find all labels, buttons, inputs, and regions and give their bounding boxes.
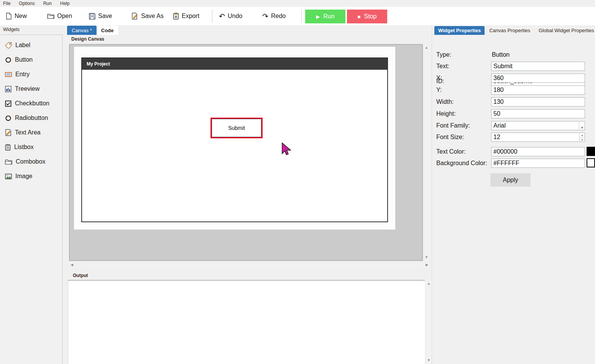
text-color-input[interactable]: [491, 147, 585, 156]
menu-file[interactable]: File: [0, 1, 15, 6]
widget-item-checkbutton[interactable]: Checkbutton: [0, 96, 62, 111]
x-input[interactable]: [491, 74, 585, 83]
folder-icon: [5, 159, 12, 165]
entry-icon: [5, 72, 12, 77]
designed-window: My Project Submit: [81, 57, 388, 222]
properties-tab-bar: Widget Properties Canvas Properties Glob…: [434, 26, 595, 35]
height-label: Height:: [436, 109, 494, 118]
widget-item-treeview[interactable]: Treeview: [0, 82, 62, 96]
tab-canvas[interactable]: Canvas *: [67, 26, 97, 35]
export-button-label: Export: [182, 13, 199, 20]
design-canvas-label: Design Canvas: [71, 36, 104, 42]
stepper-up-icon[interactable]: ▲: [580, 133, 585, 138]
x-label: X:: [436, 74, 494, 83]
widget-item-text-area[interactable]: Text Area: [0, 125, 62, 140]
scroll-down-icon[interactable]: ▼: [425, 256, 428, 259]
font-size-value: 12: [493, 134, 500, 141]
chevron-down-icon[interactable]: ▼: [579, 122, 585, 130]
widget-item-combobox[interactable]: Combobox: [0, 154, 62, 169]
font-family-label: Font Family:: [436, 121, 494, 130]
widget-item-text: Combobox: [16, 158, 45, 165]
widget-item-entry[interactable]: Entry: [0, 67, 62, 82]
menu-bar: File Options Run Help: [0, 0, 595, 7]
widget-item-text: Radiobutton: [15, 115, 48, 121]
designed-window-titlebar: My Project: [82, 58, 387, 70]
widget-item-image[interactable]: Image: [0, 169, 62, 184]
new-button[interactable]: New: [5, 7, 27, 25]
tab-canvas-properties[interactable]: Canvas Properties: [485, 26, 534, 35]
stop-button[interactable]: ■ Stop: [347, 10, 387, 23]
widget-item-label[interactable]: Label: [0, 38, 62, 52]
tab-widget-properties[interactable]: Widget Properties: [434, 26, 485, 35]
output-vertical-scrollbar[interactable]: ▲ ▼: [426, 280, 432, 364]
font-size-stepper[interactable]: 12 ▲ ▼: [491, 133, 585, 142]
designed-window-title: My Project: [87, 61, 110, 67]
stop-square-icon: ■: [358, 14, 361, 19]
save-as-button-label: Save As: [141, 13, 164, 20]
editor-tab-bar: Canvas * Code: [67, 26, 118, 35]
design-canvas-area[interactable]: My Project Submit: [69, 44, 423, 261]
scroll-right-icon[interactable]: ▶: [426, 263, 428, 267]
widget-item-text: Treeview: [15, 85, 39, 92]
tab-code[interactable]: Code: [97, 26, 118, 35]
menu-options[interactable]: Options: [15, 1, 39, 6]
save-button[interactable]: Save: [89, 7, 112, 25]
redo-button-label: Redo: [271, 13, 286, 20]
clipboard-icon: [5, 144, 11, 151]
redo-button[interactable]: ↷ Redo: [262, 7, 286, 25]
y-label: Y:: [436, 85, 494, 95]
open-button-label: Open: [57, 13, 72, 20]
y-input[interactable]: [491, 85, 585, 95]
height-input[interactable]: [491, 109, 585, 118]
widgets-panel-title: Widgets: [3, 27, 20, 32]
widget-item-radiobutton[interactable]: Radiobutton: [0, 111, 62, 125]
picture-icon: [5, 174, 12, 179]
widgets-panel: Label Button Entry Treeview Checkbutton …: [0, 34, 62, 364]
panel-divider: [432, 25, 432, 364]
menu-run[interactable]: Run: [39, 1, 56, 6]
font-family-value: Arial: [493, 122, 506, 129]
menu-help[interactable]: Help: [56, 1, 74, 6]
open-button[interactable]: Open: [47, 7, 72, 25]
save-as-button[interactable]: Save As: [131, 7, 164, 25]
scroll-up-icon[interactable]: ▲: [425, 46, 428, 49]
widget-item-text: Listbox: [14, 144, 34, 151]
widget-item-button[interactable]: Button: [0, 52, 62, 67]
export-clipboard-icon: [173, 13, 179, 20]
type-label: Type:: [436, 50, 494, 59]
widget-item-listbox[interactable]: Listbox: [0, 140, 62, 154]
tab-global-widget-properties[interactable]: Global Widget Properties: [535, 26, 595, 35]
stop-button-label: Stop: [364, 13, 376, 20]
bar-chart-icon: [5, 86, 12, 92]
design-surface[interactable]: My Project Submit: [74, 47, 395, 230]
undo-arrow-icon: ↶: [219, 13, 225, 20]
play-icon: ▶: [316, 14, 320, 19]
submit-widget-selected[interactable]: Submit: [210, 118, 263, 138]
text-color-swatch[interactable]: [587, 147, 595, 156]
text-input[interactable]: [491, 62, 585, 71]
save-button-label: Save: [98, 13, 112, 20]
widget-item-text: Button: [15, 56, 33, 63]
font-family-select[interactable]: Arial ▼: [491, 121, 585, 130]
width-label: Width:: [436, 97, 494, 107]
radio-icon: [5, 115, 12, 121]
width-input[interactable]: [491, 97, 585, 107]
submit-widget-text: Submit: [228, 125, 245, 131]
tag-icon: [5, 42, 12, 49]
scroll-left-icon[interactable]: ◀: [71, 263, 73, 267]
output-panel-label: Output: [73, 273, 88, 278]
background-color-input[interactable]: [491, 159, 585, 168]
font-size-label: Font Size:: [436, 133, 494, 142]
scroll-down-icon[interactable]: ▼: [427, 359, 431, 362]
apply-button[interactable]: Apply: [490, 173, 531, 187]
background-color-label: Background Color:: [436, 159, 494, 168]
background-color-swatch[interactable]: [587, 158, 595, 167]
undo-button[interactable]: ↶ Undo: [219, 7, 242, 25]
run-button[interactable]: ▶ Run: [305, 10, 345, 23]
toolbar: New Open Save Save As Export ↶ Undo ↷ Re…: [0, 7, 595, 25]
canvas-horizontal-scrollbar[interactable]: ◀ ▶: [69, 262, 430, 268]
canvas-vertical-scrollbar[interactable]: ▲ ▼: [424, 44, 430, 261]
export-button[interactable]: Export: [173, 7, 199, 25]
scroll-up-icon[interactable]: ▲: [427, 282, 431, 285]
stepper-down-icon[interactable]: ▼: [580, 138, 585, 142]
